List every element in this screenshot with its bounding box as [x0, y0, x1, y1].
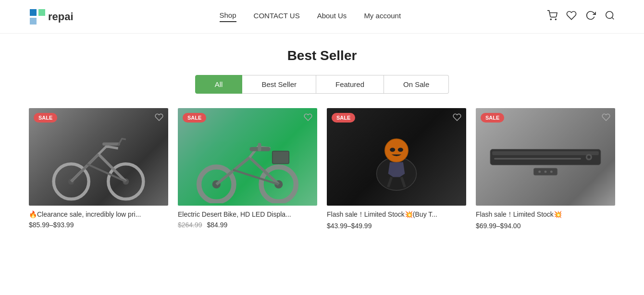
svg-point-29: [538, 170, 541, 172]
tab-featured[interactable]: Featured: [316, 75, 384, 94]
svg-point-5: [606, 12, 613, 19]
wishlist-button[interactable]: [453, 113, 461, 124]
svg-point-3: [550, 19, 551, 20]
fatbike-illustration: [185, 120, 310, 203]
svg-line-6: [612, 17, 614, 19]
product-price: $43.99–$49.99: [327, 222, 466, 230]
wishlist-icon[interactable]: [566, 10, 577, 23]
sale-price: $84.99: [207, 221, 228, 229]
svg-point-26: [587, 155, 591, 159]
svg-point-20: [385, 138, 408, 161]
product-image-wrapper: SALE: [178, 108, 317, 206]
sale-badge: SALE: [481, 113, 504, 123]
product-price: $85.99–$93.99: [29, 221, 168, 229]
product-title: Flash sale！Limited Stock💥(Buy T...: [327, 210, 466, 219]
product-info: Electric Desert Bike, HD LED Displa... $…: [178, 206, 317, 231]
bike-illustration: [39, 123, 158, 201]
logo-text: repai: [48, 11, 74, 23]
tab-on-sale[interactable]: On Sale: [384, 75, 449, 94]
product-info: 🔥Clearance sale, incredibly low pri... $…: [29, 206, 168, 231]
cart-icon[interactable]: [547, 10, 557, 23]
nav-about[interactable]: About Us: [317, 12, 347, 22]
svg-rect-1: [30, 18, 37, 25]
wishlist-button[interactable]: [155, 113, 163, 124]
product-info: Flash sale！Limited Stock💥 $69.99–$94.00: [476, 206, 615, 232]
soundbar-illustration: [486, 130, 605, 184]
product-image-wrapper: SALE: [29, 108, 168, 206]
svg-point-4: [555, 19, 556, 20]
svg-point-22: [398, 148, 403, 151]
nav: Shop CONTACT US About Us My account: [220, 11, 401, 22]
product-card[interactable]: SALE 🔥Clear: [29, 108, 168, 232]
svg-rect-17: [258, 143, 261, 151]
original-price: $264.99: [178, 221, 202, 229]
header-icons: [547, 10, 615, 23]
product-title: 🔥Clearance sale, incredibly low pri...: [29, 210, 168, 218]
product-image-wrapper: SALE: [327, 108, 466, 206]
sale-badge: SALE: [183, 113, 206, 123]
price-range: $69.99–$94.00: [476, 222, 520, 230]
product-title: Flash sale！Limited Stock💥: [476, 210, 615, 219]
main-content: Best Seller All Best Seller Featured On …: [0, 34, 644, 251]
tab-all[interactable]: All: [195, 75, 243, 94]
svg-point-30: [545, 170, 547, 172]
product-card[interactable]: SALE: [327, 108, 466, 232]
sale-badge: SALE: [332, 113, 355, 123]
svg-rect-24: [492, 151, 599, 155]
product-image-wrapper: SALE: [476, 108, 615, 206]
product-card[interactable]: SALE: [178, 108, 317, 232]
nav-account[interactable]: My account: [364, 12, 401, 22]
refresh-icon[interactable]: [585, 10, 596, 23]
nav-shop[interactable]: Shop: [220, 11, 236, 22]
header: repai Shop CONTACT US About Us My accoun…: [0, 0, 644, 34]
product-grid: SALE 🔥Clear: [29, 108, 615, 232]
svg-point-21: [390, 148, 395, 151]
tab-best-seller[interactable]: Best Seller: [242, 75, 316, 94]
product-card[interactable]: SALE Flash s: [476, 108, 615, 232]
product-price: $264.99 $84.99: [178, 221, 317, 229]
svg-rect-18: [272, 151, 289, 164]
wishlist-button[interactable]: [602, 113, 610, 124]
wishlist-button[interactable]: [304, 113, 312, 124]
search-icon[interactable]: [605, 10, 615, 23]
section-title: Best Seller: [29, 48, 615, 63]
halloween-illustration: [348, 120, 446, 193]
logo[interactable]: repai: [29, 8, 74, 25]
sale-badge: SALE: [34, 113, 57, 123]
price-range: $43.99–$49.99: [327, 222, 372, 230]
filter-tabs: All Best Seller Featured On Sale: [29, 75, 615, 94]
product-price: $69.99–$94.00: [476, 222, 615, 230]
product-info: Flash sale！Limited Stock💥(Buy T... $43.9…: [327, 206, 466, 232]
svg-point-31: [550, 170, 553, 172]
svg-rect-11: [102, 142, 120, 145]
nav-contact[interactable]: CONTACT US: [254, 12, 300, 22]
logo-icon: [29, 8, 46, 25]
svg-rect-27: [494, 158, 581, 159]
product-title: Electric Desert Bike, HD LED Displa...: [178, 210, 317, 218]
price-range: $85.99–$93.99: [29, 221, 74, 229]
svg-rect-2: [38, 9, 45, 16]
svg-rect-0: [30, 9, 37, 16]
